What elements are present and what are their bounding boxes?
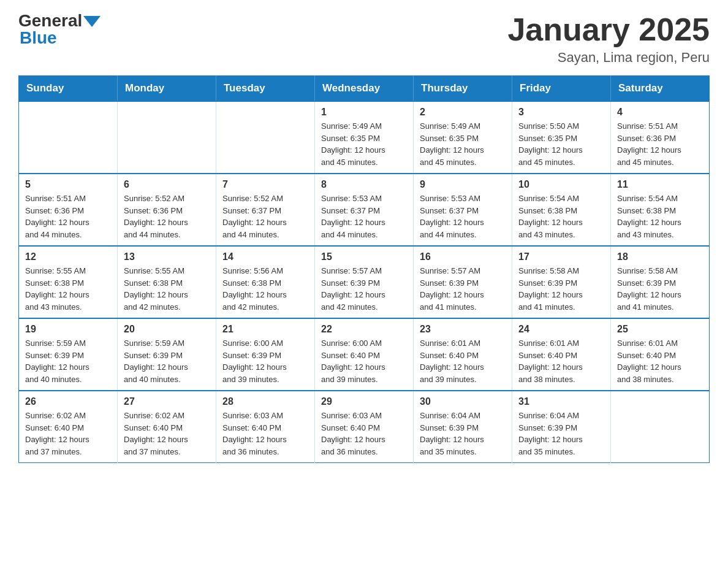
day-info: Sunrise: 5:57 AM Sunset: 6:39 PM Dayligh… bbox=[420, 265, 506, 313]
day-info: Sunrise: 5:51 AM Sunset: 6:36 PM Dayligh… bbox=[617, 120, 703, 168]
page-title: January 2025 bbox=[507, 12, 710, 47]
calendar-day-cell bbox=[611, 391, 710, 463]
day-number: 8 bbox=[321, 179, 407, 190]
calendar-day-cell: 2Sunrise: 5:49 AM Sunset: 6:35 PM Daylig… bbox=[414, 101, 512, 174]
day-info: Sunrise: 5:52 AM Sunset: 6:37 PM Dayligh… bbox=[222, 193, 308, 240]
calendar-day-cell: 21Sunrise: 6:00 AM Sunset: 6:39 PM Dayli… bbox=[216, 318, 315, 391]
day-info: Sunrise: 6:00 AM Sunset: 6:40 PM Dayligh… bbox=[321, 337, 407, 385]
day-info: Sunrise: 5:54 AM Sunset: 6:38 PM Dayligh… bbox=[617, 193, 703, 240]
day-number: 5 bbox=[25, 179, 111, 190]
calendar-day-header: Friday bbox=[512, 76, 611, 102]
calendar-day-cell: 27Sunrise: 6:02 AM Sunset: 6:40 PM Dayli… bbox=[118, 391, 216, 463]
day-number: 23 bbox=[420, 324, 506, 335]
calendar-table: SundayMondayTuesdayWednesdayThursdayFrid… bbox=[18, 75, 710, 463]
calendar-day-cell: 4Sunrise: 5:51 AM Sunset: 6:36 PM Daylig… bbox=[611, 101, 710, 174]
day-info: Sunrise: 5:56 AM Sunset: 6:38 PM Dayligh… bbox=[222, 265, 308, 313]
calendar-day-cell: 17Sunrise: 5:58 AM Sunset: 6:39 PM Dayli… bbox=[512, 246, 611, 318]
calendar-day-cell: 7Sunrise: 5:52 AM Sunset: 6:37 PM Daylig… bbox=[216, 174, 315, 246]
day-info: Sunrise: 6:04 AM Sunset: 6:39 PM Dayligh… bbox=[420, 410, 506, 458]
day-number: 12 bbox=[25, 251, 111, 262]
calendar-day-cell: 24Sunrise: 6:01 AM Sunset: 6:40 PM Dayli… bbox=[512, 318, 611, 391]
day-info: Sunrise: 6:03 AM Sunset: 6:40 PM Dayligh… bbox=[321, 410, 407, 458]
day-info: Sunrise: 5:52 AM Sunset: 6:36 PM Dayligh… bbox=[124, 193, 210, 240]
calendar-day-cell: 15Sunrise: 5:57 AM Sunset: 6:39 PM Dayli… bbox=[315, 246, 414, 318]
day-number: 13 bbox=[124, 251, 210, 262]
day-info: Sunrise: 6:03 AM Sunset: 6:40 PM Dayligh… bbox=[222, 410, 308, 458]
calendar-day-cell: 11Sunrise: 5:54 AM Sunset: 6:38 PM Dayli… bbox=[611, 174, 710, 246]
day-number: 16 bbox=[420, 251, 506, 262]
day-info: Sunrise: 6:01 AM Sunset: 6:40 PM Dayligh… bbox=[617, 337, 703, 385]
day-number: 22 bbox=[321, 324, 407, 335]
day-info: Sunrise: 5:49 AM Sunset: 6:35 PM Dayligh… bbox=[321, 120, 407, 168]
calendar-day-cell: 25Sunrise: 6:01 AM Sunset: 6:40 PM Dayli… bbox=[611, 318, 710, 391]
day-number: 14 bbox=[222, 251, 308, 262]
calendar-day-cell: 8Sunrise: 5:53 AM Sunset: 6:37 PM Daylig… bbox=[315, 174, 414, 246]
calendar-day-cell: 5Sunrise: 5:51 AM Sunset: 6:36 PM Daylig… bbox=[19, 174, 118, 246]
calendar-day-cell: 28Sunrise: 6:03 AM Sunset: 6:40 PM Dayli… bbox=[216, 391, 315, 463]
calendar-day-cell: 14Sunrise: 5:56 AM Sunset: 6:38 PM Dayli… bbox=[216, 246, 315, 318]
calendar-day-cell: 20Sunrise: 5:59 AM Sunset: 6:39 PM Dayli… bbox=[118, 318, 216, 391]
calendar-day-cell: 29Sunrise: 6:03 AM Sunset: 6:40 PM Dayli… bbox=[315, 391, 414, 463]
calendar-week-row: 5Sunrise: 5:51 AM Sunset: 6:36 PM Daylig… bbox=[19, 174, 710, 246]
day-info: Sunrise: 6:02 AM Sunset: 6:40 PM Dayligh… bbox=[124, 410, 210, 458]
page-subtitle: Sayan, Lima region, Peru bbox=[507, 50, 710, 66]
logo-blue-text: Blue bbox=[20, 28, 57, 47]
day-number: 3 bbox=[518, 107, 604, 118]
day-number: 19 bbox=[25, 324, 111, 335]
day-number: 7 bbox=[222, 179, 308, 190]
calendar-day-cell: 22Sunrise: 6:00 AM Sunset: 6:40 PM Dayli… bbox=[315, 318, 414, 391]
day-info: Sunrise: 5:51 AM Sunset: 6:36 PM Dayligh… bbox=[25, 193, 111, 240]
calendar-day-header: Monday bbox=[118, 76, 216, 102]
day-info: Sunrise: 5:59 AM Sunset: 6:39 PM Dayligh… bbox=[25, 337, 111, 385]
day-number: 21 bbox=[222, 324, 308, 335]
day-info: Sunrise: 6:04 AM Sunset: 6:39 PM Dayligh… bbox=[518, 410, 604, 458]
calendar-day-cell bbox=[19, 101, 118, 174]
day-info: Sunrise: 5:49 AM Sunset: 6:35 PM Dayligh… bbox=[420, 120, 506, 168]
day-number: 4 bbox=[617, 107, 703, 118]
calendar-day-cell: 6Sunrise: 5:52 AM Sunset: 6:36 PM Daylig… bbox=[118, 174, 216, 246]
day-info: Sunrise: 5:55 AM Sunset: 6:38 PM Dayligh… bbox=[25, 265, 111, 313]
day-number: 10 bbox=[518, 179, 604, 190]
calendar-day-cell: 12Sunrise: 5:55 AM Sunset: 6:38 PM Dayli… bbox=[19, 246, 118, 318]
calendar-day-cell: 26Sunrise: 6:02 AM Sunset: 6:40 PM Dayli… bbox=[19, 391, 118, 463]
day-number: 20 bbox=[124, 324, 210, 335]
calendar-day-cell: 10Sunrise: 5:54 AM Sunset: 6:38 PM Dayli… bbox=[512, 174, 611, 246]
calendar-day-cell: 16Sunrise: 5:57 AM Sunset: 6:39 PM Dayli… bbox=[414, 246, 512, 318]
logo: General Blue bbox=[18, 12, 100, 48]
calendar-day-cell: 31Sunrise: 6:04 AM Sunset: 6:39 PM Dayli… bbox=[512, 391, 611, 463]
calendar-day-cell: 18Sunrise: 5:58 AM Sunset: 6:39 PM Dayli… bbox=[611, 246, 710, 318]
calendar-day-header: Tuesday bbox=[216, 76, 315, 102]
calendar-day-cell: 13Sunrise: 5:55 AM Sunset: 6:38 PM Dayli… bbox=[118, 246, 216, 318]
day-number: 29 bbox=[321, 396, 407, 407]
calendar-day-cell: 1Sunrise: 5:49 AM Sunset: 6:35 PM Daylig… bbox=[315, 101, 414, 174]
day-number: 25 bbox=[617, 324, 703, 335]
day-info: Sunrise: 6:01 AM Sunset: 6:40 PM Dayligh… bbox=[420, 337, 506, 385]
day-info: Sunrise: 5:58 AM Sunset: 6:39 PM Dayligh… bbox=[617, 265, 703, 313]
day-number: 31 bbox=[518, 396, 604, 407]
day-info: Sunrise: 5:53 AM Sunset: 6:37 PM Dayligh… bbox=[321, 193, 407, 240]
day-number: 24 bbox=[518, 324, 604, 335]
day-number: 26 bbox=[25, 396, 111, 407]
calendar-day-cell: 19Sunrise: 5:59 AM Sunset: 6:39 PM Dayli… bbox=[19, 318, 118, 391]
calendar-week-row: 12Sunrise: 5:55 AM Sunset: 6:38 PM Dayli… bbox=[19, 246, 710, 318]
page-header: General Blue January 2025 Sayan, Lima re… bbox=[18, 12, 710, 66]
calendar-day-cell: 3Sunrise: 5:50 AM Sunset: 6:35 PM Daylig… bbox=[512, 101, 611, 174]
day-info: Sunrise: 5:58 AM Sunset: 6:39 PM Dayligh… bbox=[518, 265, 604, 313]
logo-triangle-icon bbox=[83, 16, 100, 27]
logo-general-text: General bbox=[18, 12, 82, 29]
calendar-day-header: Saturday bbox=[611, 76, 710, 102]
calendar-day-cell: 30Sunrise: 6:04 AM Sunset: 6:39 PM Dayli… bbox=[414, 391, 512, 463]
day-info: Sunrise: 6:00 AM Sunset: 6:39 PM Dayligh… bbox=[222, 337, 308, 385]
day-number: 11 bbox=[617, 179, 703, 190]
title-block: January 2025 Sayan, Lima region, Peru bbox=[507, 12, 710, 66]
calendar-day-cell: 23Sunrise: 6:01 AM Sunset: 6:40 PM Dayli… bbox=[414, 318, 512, 391]
day-info: Sunrise: 5:54 AM Sunset: 6:38 PM Dayligh… bbox=[518, 193, 604, 240]
calendar-week-row: 1Sunrise: 5:49 AM Sunset: 6:35 PM Daylig… bbox=[19, 101, 710, 174]
day-info: Sunrise: 5:59 AM Sunset: 6:39 PM Dayligh… bbox=[124, 337, 210, 385]
calendar-day-cell: 9Sunrise: 5:53 AM Sunset: 6:37 PM Daylig… bbox=[414, 174, 512, 246]
day-number: 27 bbox=[124, 396, 210, 407]
day-info: Sunrise: 5:50 AM Sunset: 6:35 PM Dayligh… bbox=[518, 120, 604, 168]
day-number: 18 bbox=[617, 251, 703, 262]
day-info: Sunrise: 6:01 AM Sunset: 6:40 PM Dayligh… bbox=[518, 337, 604, 385]
calendar-day-header: Thursday bbox=[414, 76, 512, 102]
